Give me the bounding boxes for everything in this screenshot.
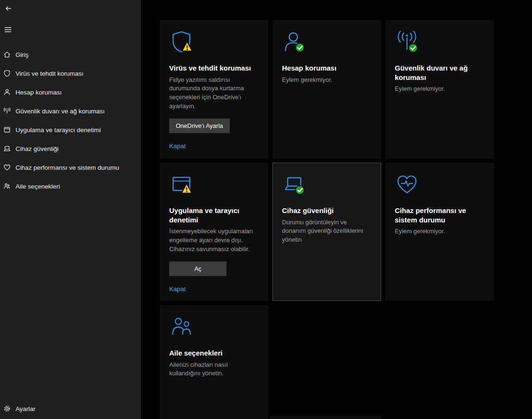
warning-badge	[182, 42, 192, 51]
tile-title: Aile seçenekleri	[169, 348, 259, 358]
sidebar-item-device-performance[interactable]: Cihaz performansı ve sistem durumu	[0, 158, 141, 177]
sidebar-item-device-security[interactable]: Cihaz güvenliği	[0, 139, 141, 158]
back-arrow-icon	[5, 5, 12, 12]
gear-icon	[3, 405, 11, 412]
tile-device-performance[interactable]: Cihaz performansı ve sistem durumu Eylem…	[385, 163, 494, 301]
tile-title: Uygulama ve tarayıcı denetimi	[169, 206, 259, 224]
tile-title: Cihaz performansı ve sistem durumu	[395, 206, 485, 224]
tile-title: Cihaz güvenliği	[282, 206, 372, 215]
shield-icon	[169, 30, 194, 54]
menu-button[interactable]	[2, 24, 14, 36]
firewall-icon	[3, 107, 11, 115]
sidebar-item-account[interactable]: Hesap koruması	[0, 83, 141, 102]
app-browser-icon	[3, 126, 11, 134]
sidebar-item-label: Cihaz performansı ve sistem durumu	[16, 164, 119, 171]
sidebar-item-label: Uygulama ve tarayıcı denetimi	[16, 126, 101, 134]
tile-app-browser-control[interactable]: Uygulama ve tarayıcı denetimi İstenmeyeb…	[160, 163, 268, 301]
onedrive-setup-button[interactable]: OneDrive'ı Ayarla	[169, 119, 230, 133]
tile-account-protection[interactable]: Hesap koruması Eylem gerekmiyor.	[273, 20, 381, 158]
app-browser-icon	[169, 172, 194, 197]
sidebar-item-firewall[interactable]: Güvenlik duvarı ve ağ koruması	[0, 102, 141, 120]
hamburger-icon	[4, 25, 12, 34]
sidebar-item-label: Cihaz güvenliği	[16, 145, 59, 152]
sidebar-item-virus-threat[interactable]: Virüs ve tehdit koruması	[0, 64, 141, 83]
shield-icon	[3, 70, 11, 77]
turn-on-button[interactable]: Aç	[169, 261, 227, 276]
sidebar-nav: Giriş Virüs ve tehdit koruması Hesap kor…	[0, 45, 141, 196]
tile-family-options[interactable]: Aile seçenekleri Ailenizi cihazları nası…	[160, 305, 268, 419]
tile-description: Fidye yazılımı saldırısı durumunda dosya…	[169, 76, 259, 111]
tile-device-security[interactable]: Cihaz güvenliği Durumu görüntüleyin ve d…	[273, 163, 381, 301]
tile-firewall-network[interactable]: Güvenlik duvarı ve ağ koruması Eylem ger…	[385, 20, 494, 158]
device-security-icon	[282, 172, 306, 197]
device-security-icon	[3, 145, 11, 152]
tile-status-text: Eylem gerekmiyor.	[282, 76, 372, 85]
person-icon	[3, 88, 11, 96]
sidebar: Giriş Virüs ve tehdit koruması Hesap kor…	[0, 0, 141, 419]
sidebar-item-settings[interactable]: Ayarlar	[0, 399, 141, 418]
sidebar-item-label: Güvenlik duvarı ve ağ koruması	[16, 108, 105, 115]
tile-virus-threat[interactable]: Virüs ve tehdit koruması Fidye yazılımı …	[160, 20, 268, 158]
tile-title: Virüs ve tehdit koruması	[169, 63, 259, 73]
tile-title: Hesap koruması	[282, 63, 372, 73]
tile-description: Ailenizi cihazları nasıl kullandığını yö…	[169, 361, 259, 379]
person-icon	[282, 30, 306, 54]
sidebar-item-label: Virüs ve tehdit koruması	[16, 70, 84, 77]
family-icon	[3, 182, 11, 190]
partial-tile	[270, 416, 381, 419]
sidebar-item-label: Hesap koruması	[16, 89, 62, 96]
ok-badge	[296, 186, 305, 195]
sidebar-item-family[interactable]: Aile seçenekleri	[0, 177, 141, 196]
tile-description: Durumu görüntüleyin ve donanım güvenliği…	[282, 218, 372, 245]
sidebar-item-label: Ayarlar	[16, 405, 36, 412]
security-tiles: Virüs ve tehdit koruması Fidye yazılımı …	[160, 20, 494, 419]
dismiss-link[interactable]: Kapat	[169, 142, 186, 150]
home-icon	[3, 51, 11, 58]
firewall-icon	[395, 30, 419, 54]
dismiss-link[interactable]: Kapat	[169, 285, 186, 293]
sidebar-item-app-browser[interactable]: Uygulama ve tarayıcı denetimi	[0, 120, 141, 139]
sidebar-item-home[interactable]: Giriş	[0, 45, 141, 64]
tile-description: İstenmeyebilecek uygulamaları engelleme …	[169, 227, 259, 254]
tile-status-text: Eylem gerekmiyor.	[395, 85, 485, 94]
ok-badge	[409, 44, 418, 53]
ok-badge	[296, 43, 305, 52]
family-icon	[169, 315, 194, 339]
tile-status-text: Eylem gerekmiyor.	[395, 227, 485, 236]
sidebar-item-label: Giriş	[16, 51, 29, 58]
tile-title: Güvenlik duvarı ve ağ koruması	[395, 63, 485, 82]
back-button[interactable]	[3, 3, 14, 14]
device-health-icon	[3, 164, 11, 171]
device-health-icon	[395, 172, 419, 197]
sidebar-item-label: Aile seçenekleri	[16, 183, 60, 190]
